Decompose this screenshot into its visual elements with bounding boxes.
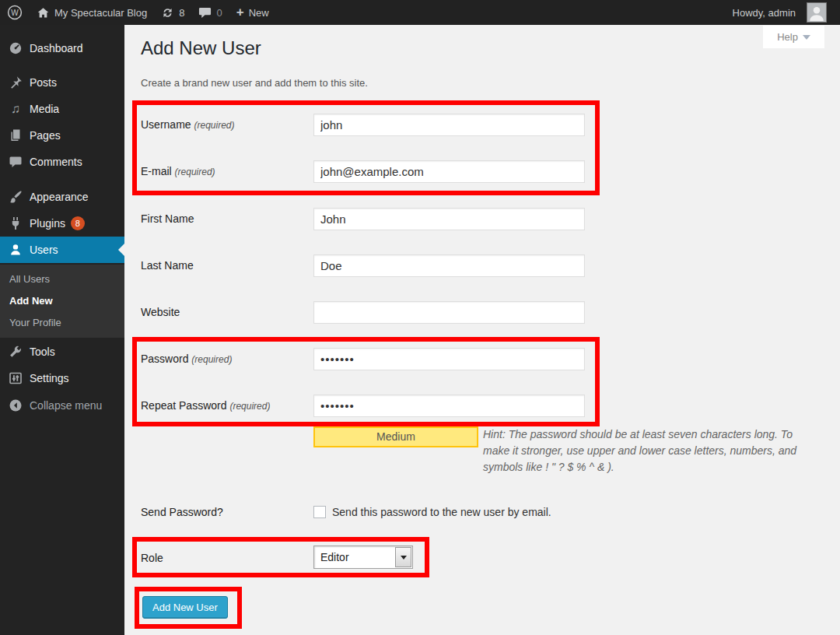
- add-new-user-page: Help Add New User Create a brand new use…: [124, 25, 840, 635]
- admin-bar: W My Spectacular Blog 8: [0, 0, 840, 25]
- tools-icon: [8, 344, 23, 360]
- first-name-label: First Name: [141, 212, 194, 225]
- help-button[interactable]: Help: [763, 26, 824, 48]
- site-name-link[interactable]: My Spectacular Blog: [30, 0, 154, 25]
- comment-count: 0: [216, 7, 222, 19]
- send-password-label: Send Password?: [141, 506, 223, 518]
- chevron-down-icon: [803, 35, 810, 40]
- password-strength-meter: Medium: [313, 426, 478, 447]
- page-title: Add New User: [141, 37, 261, 59]
- sidebar-label-users: Users: [30, 244, 58, 256]
- sidebar-item-settings[interactable]: Settings: [0, 365, 124, 391]
- svg-text:W: W: [11, 9, 19, 17]
- sidebar-label-pages: Pages: [30, 129, 61, 142]
- password-strength-section: Medium Hint: The password should be at l…: [313, 426, 805, 475]
- pages-icon: [8, 128, 23, 143]
- admin-sidebar: Dashboard Posts ♫ Media: [0, 25, 124, 635]
- media-icon: ♫: [8, 101, 23, 117]
- page-description: Create a brand new user and add them to …: [141, 77, 368, 89]
- send-password-row: Send Password? Send this password to the…: [124, 501, 840, 524]
- update-count: 8: [179, 7, 184, 19]
- settings-icon: [8, 370, 23, 386]
- sidebar-item-posts[interactable]: Posts: [0, 69, 124, 96]
- users-icon: [8, 242, 23, 258]
- howdy-text: Howdy, admin: [733, 7, 796, 19]
- comments-bubble-icon: [198, 6, 212, 19]
- sidebar-label-media: Media: [30, 103, 59, 115]
- sidebar-item-plugins[interactable]: Plugins 8: [0, 210, 124, 237]
- comments-icon: [8, 154, 23, 170]
- website-row: Website: [124, 301, 840, 324]
- comments-link[interactable]: 0: [191, 0, 229, 25]
- sidebar-label-posts: Posts: [30, 76, 57, 89]
- annotation-rect-passwords: [132, 337, 600, 426]
- submenu-item-your-profile[interactable]: Your Profile: [0, 312, 124, 334]
- wordpress-logo-icon: W: [7, 5, 23, 20]
- sidebar-label-comments: Comments: [30, 156, 82, 168]
- first-name-row: First Name: [124, 208, 840, 230]
- annotation-rect-role: [132, 537, 429, 577]
- appearance-brush-icon: [8, 189, 23, 205]
- submenu-item-add-new[interactable]: Add New: [0, 290, 124, 312]
- menu-separator: [0, 61, 124, 69]
- send-password-checkbox[interactable]: [313, 506, 326, 518]
- last-name-row: Last Name: [124, 254, 840, 277]
- plugins-icon: [8, 216, 23, 231]
- new-content-button[interactable]: + New: [229, 0, 276, 25]
- first-name-input[interactable]: [313, 208, 585, 230]
- annotation-rect-submit: [135, 587, 242, 629]
- plugins-update-badge: 8: [71, 216, 85, 230]
- sidebar-label-settings: Settings: [30, 372, 69, 384]
- updates-icon: [161, 6, 174, 19]
- updates-link[interactable]: 8: [154, 0, 191, 25]
- my-account-menu[interactable]: Howdy, admin: [726, 0, 834, 25]
- send-password-checkbox-label: Send this password to the new user by em…: [332, 506, 551, 518]
- sidebar-item-appearance[interactable]: Appearance: [0, 184, 124, 210]
- current-page-arrow: [118, 244, 124, 256]
- dashboard-icon: [8, 40, 23, 56]
- menu-separator: [0, 175, 124, 184]
- sidebar-item-dashboard[interactable]: Dashboard: [0, 35, 124, 61]
- submenu-item-all-users[interactable]: All Users: [0, 268, 124, 290]
- annotation-rect-username-email: [132, 100, 600, 195]
- password-hint: Hint: The password should be at least se…: [483, 428, 796, 473]
- sidebar-label-dashboard: Dashboard: [30, 42, 83, 54]
- plus-icon: +: [236, 1, 244, 24]
- help-label: Help: [777, 31, 798, 43]
- sidebar-label-tools: Tools: [30, 346, 55, 358]
- collapse-arrow-icon: [8, 398, 23, 413]
- collapse-menu-button[interactable]: Collapse menu: [0, 392, 124, 419]
- new-label: New: [249, 7, 269, 19]
- sidebar-item-pages[interactable]: Pages: [0, 122, 124, 149]
- last-name-input[interactable]: [313, 254, 585, 277]
- website-label: Website: [141, 306, 180, 318]
- sidebar-item-tools[interactable]: Tools: [0, 339, 124, 365]
- sidebar-label-appearance: Appearance: [30, 191, 89, 203]
- last-name-label: Last Name: [141, 259, 194, 272]
- posts-icon: [8, 75, 23, 90]
- collapse-menu-label: Collapse menu: [30, 399, 102, 412]
- users-submenu: All Users Add New Your Profile: [0, 265, 124, 338]
- site-name-label: My Spectacular Blog: [54, 7, 147, 19]
- home-icon: [37, 6, 50, 19]
- website-input[interactable]: [313, 301, 585, 324]
- wordpress-menu-button[interactable]: W: [0, 0, 30, 25]
- sidebar-item-media[interactable]: ♫ Media: [0, 96, 124, 122]
- sidebar-label-plugins: Plugins: [30, 217, 65, 230]
- sidebar-item-users[interactable]: Users: [0, 237, 124, 263]
- avatar: [807, 2, 827, 23]
- sidebar-item-comments[interactable]: Comments: [0, 149, 124, 175]
- wordpress-admin-screen: W My Spectacular Blog 8: [0, 0, 840, 635]
